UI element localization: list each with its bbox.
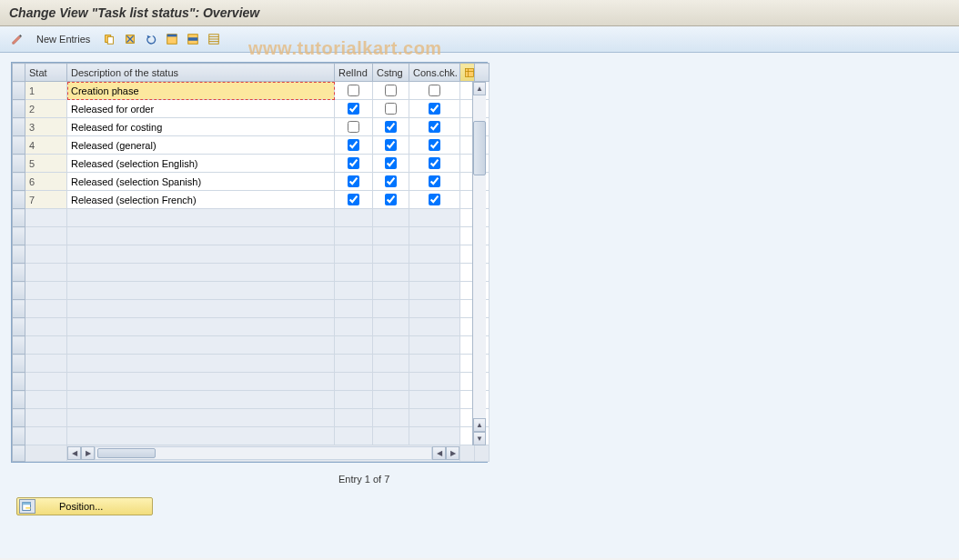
empty-cell[interactable] (67, 373, 335, 391)
row-selector[interactable] (13, 427, 25, 445)
cstng-checkbox[interactable] (385, 175, 397, 187)
empty-cell[interactable] (373, 336, 409, 355)
empty-cell[interactable] (335, 227, 373, 245)
row-selector[interactable] (13, 118, 25, 136)
empty-cell[interactable] (373, 300, 409, 318)
desc-cell[interactable]: Released (selection Spanish) (67, 173, 335, 191)
empty-cell[interactable] (409, 282, 460, 300)
hscroll-thumb[interactable] (97, 448, 156, 458)
cons-checkbox[interactable] (429, 194, 440, 205)
empty-cell[interactable] (409, 373, 460, 391)
empty-cell[interactable] (335, 264, 373, 282)
row-selector-header[interactable] (13, 64, 25, 82)
empty-cell[interactable] (25, 209, 67, 227)
relind-checkbox[interactable] (348, 139, 359, 151)
cons-checkbox[interactable] (429, 103, 440, 115)
empty-cell[interactable] (335, 373, 373, 391)
empty-cell[interactable] (25, 282, 67, 300)
cstng-checkbox[interactable] (385, 157, 397, 169)
stat-cell[interactable]: 1 (25, 82, 67, 100)
empty-cell[interactable] (25, 409, 67, 427)
toggle-display-change-icon[interactable] (7, 30, 27, 48)
empty-cell[interactable] (67, 264, 335, 282)
empty-cell[interactable] (409, 209, 460, 227)
cons-checkbox[interactable] (429, 157, 440, 169)
row-selector[interactable] (13, 82, 25, 100)
row-selector[interactable] (13, 209, 25, 227)
desc-cell[interactable]: Creation phase (67, 82, 335, 100)
empty-cell[interactable] (67, 282, 335, 300)
row-selector[interactable] (13, 282, 25, 300)
row-selector[interactable] (13, 100, 25, 118)
undo-change-icon[interactable] (141, 30, 161, 48)
row-selector[interactable] (13, 336, 25, 355)
empty-cell[interactable] (67, 300, 335, 318)
col-header-cstng[interactable]: Cstng (373, 64, 409, 82)
copy-as-icon[interactable] (99, 30, 119, 48)
empty-cell[interactable] (25, 373, 67, 391)
desc-cell[interactable]: Released (general) (67, 136, 335, 155)
empty-cell[interactable] (335, 245, 373, 264)
empty-cell[interactable] (409, 336, 460, 355)
empty-cell[interactable] (373, 245, 409, 264)
empty-cell[interactable] (67, 355, 335, 373)
empty-cell[interactable] (25, 391, 67, 409)
empty-cell[interactable] (373, 355, 409, 373)
empty-cell[interactable] (25, 227, 67, 245)
empty-cell[interactable] (373, 227, 409, 245)
empty-cell[interactable] (335, 355, 373, 373)
empty-cell[interactable] (25, 300, 67, 318)
empty-cell[interactable] (409, 427, 460, 445)
stat-cell[interactable]: 6 (25, 173, 67, 191)
stat-cell[interactable]: 3 (25, 118, 67, 136)
empty-cell[interactable] (67, 336, 335, 355)
desc-cell[interactable]: Released (selection French) (67, 191, 335, 209)
row-selector[interactable] (13, 173, 25, 191)
cstng-checkbox[interactable] (385, 194, 397, 205)
col-header-cons[interactable]: Cons.chk. (409, 64, 460, 82)
empty-cell[interactable] (67, 391, 335, 409)
empty-cell[interactable] (67, 245, 335, 264)
row-selector[interactable] (13, 227, 25, 245)
empty-cell[interactable] (409, 264, 460, 282)
empty-cell[interactable] (25, 355, 67, 373)
row-selector[interactable] (13, 136, 25, 155)
empty-cell[interactable] (409, 227, 460, 245)
empty-cell[interactable] (409, 355, 460, 373)
empty-cell[interactable] (25, 427, 67, 445)
scroll-down-icon[interactable]: ▼ (473, 432, 486, 445)
hscroll-left-icon[interactable]: ◀ (67, 446, 81, 460)
col-header-desc[interactable]: Description of the status (67, 64, 335, 82)
empty-cell[interactable] (67, 427, 335, 445)
empty-cell[interactable] (409, 245, 460, 264)
relind-checkbox[interactable] (348, 121, 359, 133)
empty-cell[interactable] (67, 409, 335, 427)
new-entries-button[interactable]: New Entries (28, 30, 98, 48)
empty-cell[interactable] (409, 300, 460, 318)
empty-cell[interactable] (409, 409, 460, 427)
vscroll-thumb[interactable] (473, 121, 486, 175)
row-selector[interactable] (13, 355, 25, 373)
empty-cell[interactable] (373, 373, 409, 391)
empty-cell[interactable] (335, 336, 373, 355)
relind-checkbox[interactable] (348, 85, 359, 96)
empty-cell[interactable] (409, 391, 460, 409)
desc-cell[interactable]: Released for costing (67, 118, 335, 136)
empty-cell[interactable] (335, 209, 373, 227)
empty-cell[interactable] (335, 409, 373, 427)
row-selector[interactable] (13, 264, 25, 282)
row-selector[interactable] (13, 373, 25, 391)
empty-cell[interactable] (25, 245, 67, 264)
row-selector[interactable] (13, 300, 25, 318)
hscroll-track[interactable] (95, 446, 432, 460)
position-button[interactable]: Position... (16, 497, 153, 515)
desc-cell[interactable]: Released for order (67, 100, 335, 118)
stat-cell[interactable]: 7 (25, 191, 67, 209)
scroll-up-icon[interactable]: ▲ (473, 82, 486, 95)
hscroll-right2-icon[interactable]: ▶ (446, 446, 459, 460)
empty-cell[interactable] (335, 282, 373, 300)
row-selector[interactable] (13, 245, 25, 264)
row-selector[interactable] (13, 155, 25, 173)
hscroll-right-icon[interactable]: ▶ (81, 446, 95, 460)
scroll-up2-icon[interactable]: ▲ (473, 418, 486, 432)
